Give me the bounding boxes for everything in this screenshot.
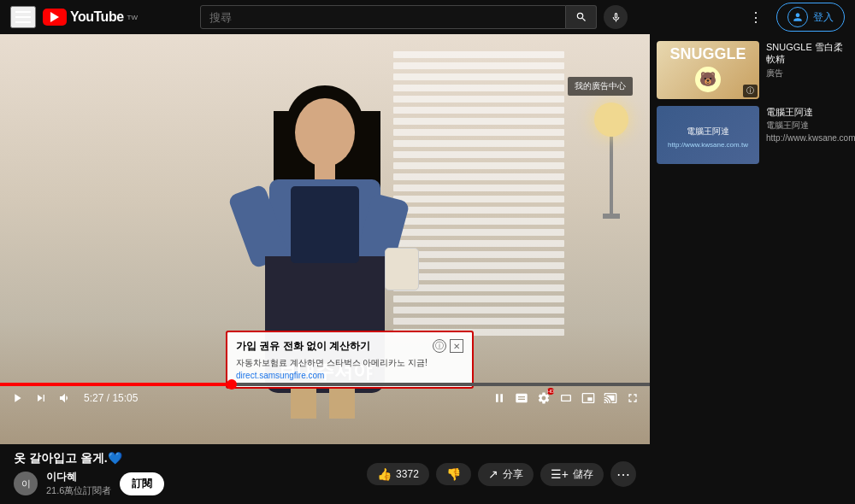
- sidebar-url-1: http://www.kwsane.com.tw: [668, 141, 748, 149]
- sidebar-thumb-info-0: ⓘ: [743, 85, 758, 97]
- sidebar-channel-1: 電腦王阿達: [766, 120, 855, 132]
- header: YouTubeTW ⋮ 登入: [0, 0, 855, 34]
- ad-overlay: 가입 권유 전화 없이 계산하기 ⓘ ✕ 자동차보험료 계산하면 스타벅스 아메…: [226, 331, 474, 389]
- miniplayer-button[interactable]: [580, 390, 597, 407]
- progress-fill: [0, 383, 232, 386]
- pause-button[interactable]: [491, 390, 508, 407]
- sidebar-title-1: 電腦王阿達: [766, 106, 855, 118]
- time-display: 5:27 / 15:05: [84, 392, 138, 404]
- person-face: [295, 98, 355, 167]
- snuggle-bear-icon: 🐻: [695, 67, 721, 92]
- more-actions-button[interactable]: ⋯: [610, 461, 636, 487]
- sidebar-info-0: SNUGGLE 雪白柔軟精 廣告: [766, 41, 848, 99]
- channel-avatar[interactable]: 이: [14, 472, 38, 495]
- channel-subs: 21.6萬位訂閱者: [46, 484, 111, 497]
- sidebar-thumb-bg-1: 電腦王阿達 http://www.kwsane.com.tw: [657, 106, 759, 164]
- ad-url[interactable]: direct.samsungfire.com: [236, 371, 463, 380]
- settings-badge: HD: [547, 388, 554, 395]
- settings-button[interactable]: HD: [535, 390, 552, 407]
- header-right: ⋮ 登入: [744, 3, 845, 32]
- video-actions: 👍 3372 👎 ↗ 分享 ☰+ 儲存 ⋯: [367, 461, 636, 487]
- person-bag: [385, 248, 419, 290]
- play-button[interactable]: [9, 390, 26, 407]
- ad-center-button[interactable]: 我的廣告中心: [568, 77, 633, 96]
- youtube-logo[interactable]: YouTubeTW: [43, 9, 138, 26]
- ad-close-button[interactable]: ✕: [450, 339, 463, 353]
- sidebar-thumb-content-0: SNUGGLE 🐻: [669, 45, 746, 96]
- like-count: 3372: [396, 468, 419, 480]
- main-content: 보내주셔야 我的廣告中心 가입 권유 전화 없이 계산하기 ⓘ ✕ 자동차보험료…: [0, 34, 855, 504]
- ad-description: 자동차보험료 계산하면 스타벅스 아메리카노 지금!: [236, 357, 463, 369]
- youtube-superscript: TW: [127, 14, 138, 21]
- sidebar-title-0: SNUGGLE 雪白柔軟精: [766, 41, 848, 66]
- video-meta: 옷 갈아입고 올게.💙 이 이다혜 21.6萬位訂閱者 訂閱 👍 3372 👎: [0, 444, 650, 504]
- sidebar-thumb-1: 電腦王阿達 http://www.kwsane.com.tw: [657, 106, 759, 164]
- sign-in-button[interactable]: 登入: [776, 3, 845, 32]
- next-button[interactable]: [32, 390, 50, 407]
- lamp: [598, 103, 624, 222]
- theater-button[interactable]: [557, 390, 575, 407]
- ad-header: 가입 권유 전화 없이 계산하기 ⓘ ✕: [236, 339, 463, 354]
- share-label: 分享: [503, 467, 523, 482]
- share-button[interactable]: ↗ 分享: [478, 463, 534, 486]
- lamp-shade: [594, 103, 628, 137]
- subscribe-button[interactable]: 訂閱: [120, 472, 164, 495]
- channel-row: 이 이다혜 21.6萬位訂閱者 訂閱: [14, 470, 357, 497]
- video-player[interactable]: 보내주셔야 我的廣告中心 가입 권유 전화 없이 계산하기 ⓘ ✕ 자동차보험료…: [0, 34, 650, 444]
- sidebar-thumb-text-1: 電腦王阿達: [683, 122, 733, 141]
- sidebar-meta-1: http://www.kwsane.com.tw: [766, 133, 855, 143]
- fullscreen-button[interactable]: [624, 390, 641, 407]
- subtitles-button[interactable]: [513, 390, 530, 407]
- sidebar-card-0[interactable]: SNUGGLE 🐻 ⓘ SNUGGLE 雪白柔軟精 廣告: [657, 41, 848, 99]
- ad-controls: ⓘ ✕: [433, 339, 463, 353]
- progress-dot[interactable]: [227, 379, 237, 390]
- like-icon: 👍: [377, 467, 392, 481]
- save-label: 儲存: [573, 467, 593, 482]
- cast-button[interactable]: [602, 390, 619, 407]
- video-title: 옷 갈아입고 올게.💙: [14, 451, 357, 466]
- sidebar-card-1[interactable]: 電腦王阿達 http://www.kwsane.com.tw 電腦王阿達 電腦王…: [657, 106, 848, 164]
- like-button[interactable]: 👍 3372: [367, 463, 429, 485]
- lamp-base: [603, 214, 620, 219]
- volume-button[interactable]: [56, 390, 74, 407]
- ad-title: 가입 권유 전화 없이 계산하기: [236, 339, 433, 354]
- sidebar-channel-0: 廣告: [766, 67, 848, 79]
- person-vest: [291, 186, 359, 263]
- channel-info: 이다혜 21.6萬位訂閱者: [46, 470, 111, 497]
- progress-bar[interactable]: [0, 383, 650, 386]
- search-container: [200, 5, 628, 29]
- header-left: YouTubeTW: [10, 6, 138, 28]
- sidebar-info-1: 電腦王阿達 電腦王阿達 http://www.kwsane.com.tw: [766, 106, 855, 164]
- lamp-stand: [610, 137, 613, 214]
- sign-in-label: 登入: [813, 10, 834, 25]
- sidebar: SNUGGLE 🐻 ⓘ SNUGGLE 雪白柔軟精 廣告 電腦王阿達 http:…: [650, 34, 855, 504]
- ad-info-button[interactable]: ⓘ: [433, 339, 446, 353]
- channel-name[interactable]: 이다혜: [46, 470, 111, 484]
- dislike-button[interactable]: 👎: [436, 463, 471, 485]
- search-bar: [200, 5, 566, 29]
- controls-row: 5:27 / 15:05 HD: [0, 386, 650, 410]
- sign-in-avatar: [787, 7, 808, 27]
- share-icon: ↗: [488, 467, 498, 481]
- snuggle-text: SNUGGLE: [669, 45, 746, 63]
- search-input[interactable]: [201, 11, 565, 24]
- hamburger-menu[interactable]: [10, 6, 36, 28]
- search-button[interactable]: [566, 5, 597, 29]
- sidebar-thumb-0: SNUGGLE 🐻 ⓘ: [657, 41, 759, 99]
- video-section: 보내주셔야 我的廣告中心 가입 권유 전화 없이 계산하기 ⓘ ✕ 자동차보험료…: [0, 34, 650, 504]
- youtube-text: YouTube: [70, 9, 124, 25]
- progress-container: 5:27 / 15:05 HD: [0, 383, 650, 410]
- dislike-icon: 👎: [446, 467, 461, 481]
- video-meta-left: 옷 갈아입고 올게.💙 이 이다혜 21.6萬位訂閱者 訂閱: [14, 451, 357, 497]
- save-button[interactable]: ☰+ 儲存: [540, 463, 604, 486]
- more-options-button[interactable]: ⋮: [744, 5, 768, 29]
- save-icon: ☰+: [551, 467, 569, 481]
- mic-button[interactable]: [604, 5, 628, 29]
- controls-right: HD: [491, 390, 641, 407]
- youtube-icon: [43, 9, 67, 26]
